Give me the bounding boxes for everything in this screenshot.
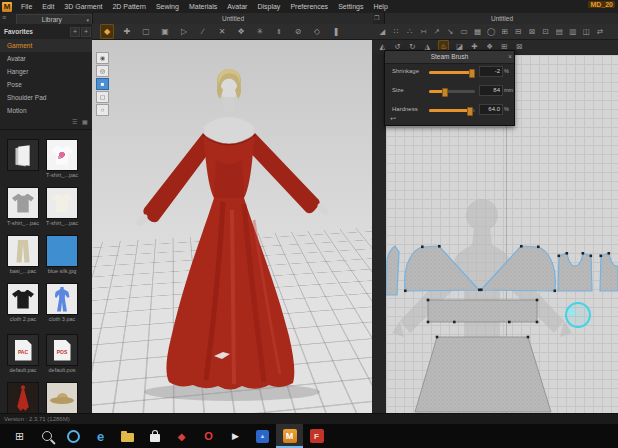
texture-view-icon[interactable]: ■ [96,78,109,90]
tab-3d-untitled[interactable]: Untitled [92,13,373,24]
tool-pattern-icon[interactable]: ⊠ [528,26,537,38]
tool-edit-points-icon[interactable]: ∷ [392,26,401,38]
app-logo-icon[interactable]: M [2,2,12,12]
hardness-slider[interactable] [429,109,475,112]
library-item-cloth3[interactable]: cloth 3.pac [44,283,80,322]
menu-avatar[interactable]: Avatar [222,0,252,13]
taskbar-app-diamond[interactable]: ◆ [168,424,195,448]
list-view-icon[interactable]: ☰ [72,118,77,125]
tool-pause-icon[interactable]: ‖ [273,25,285,38]
tool-move-icon[interactable]: ✚ [121,25,133,38]
viewport-3d[interactable]: ◉ ◎ ■ ▢ ○ [92,40,372,413]
tool-cursor-icon[interactable]: ▷ [178,25,190,38]
mesh-view-icon[interactable]: ▢ [96,91,109,103]
sidebar-item-pose[interactable]: Pose [0,78,92,91]
shrinkage-slider[interactable] [429,71,475,74]
library-item-blue-silk[interactable]: blue silk.jpg [44,235,80,274]
start-button[interactable]: ⊞ [6,424,33,448]
menu-sewing[interactable]: Sewing [151,0,184,13]
tool-polygon-icon[interactable]: ↗ [432,26,441,38]
tool-sewing-icon[interactable]: ❖ [235,25,247,38]
menu-help[interactable]: Help [368,0,392,13]
sidebar-item-shoulder-pad[interactable]: Shoulder Pad [0,91,92,104]
tool-shape-icon[interactable]: ◇ [311,25,323,38]
tool-pin-icon[interactable]: ✕ [216,25,228,38]
tool-notch-icon[interactable]: ⊟ [514,26,523,38]
library-item-hat[interactable] [44,382,80,415]
menu-settings[interactable]: Settings [333,0,368,13]
pattern-piece-waistband[interactable] [428,300,537,322]
pattern-piece-skirt[interactable] [415,337,551,412]
tool-measure-icon[interactable]: ❚ [330,25,342,38]
tool-grade-icon[interactable]: ⊡ [541,26,550,38]
slider-knob[interactable] [469,69,475,78]
pattern-piece-sleeve-left[interactable] [558,253,592,291]
grid-view-icon[interactable]: ▦ [82,118,88,125]
library-item-tshirt-graphic[interactable]: T-shirt_...pac [44,139,80,178]
menu-file[interactable]: File [16,0,37,13]
add-favorite-button[interactable]: + [70,27,80,37]
taskbar-file-explorer[interactable] [114,424,141,448]
shrinkage-value[interactable]: -2 [479,66,503,77]
tool-reset-icon[interactable]: ⊘ [292,25,304,38]
taskbar-media-player[interactable]: ▶ [222,424,249,448]
tool-select-icon[interactable]: ◆ [100,24,114,39]
tool-annotate-icon[interactable]: ⊠ [515,41,524,53]
taskbar-search[interactable] [33,424,60,448]
library-item-tshirt-gray[interactable]: T-shirt_...pac [5,187,41,226]
tool-fold-icon[interactable]: ▥ [568,26,577,38]
library-item-default-pac[interactable]: PAC default.pac [5,334,41,373]
tool-seam-icon[interactable]: ⊞ [500,26,509,38]
library-item-folder[interactable] [5,139,41,172]
menu-2d-pattern[interactable]: 2D Pattern [107,0,150,13]
library-item-default-pos[interactable]: POS default.pos [44,334,80,373]
menu-edit[interactable]: Edit [37,0,59,13]
tool-transform-icon[interactable]: ◢ [378,26,387,38]
tool-rectangle-icon[interactable]: ▭ [460,26,469,38]
sidebar-item-hanger[interactable]: Hanger [0,65,92,78]
tool-edit-curve-icon[interactable]: ∴ [405,26,414,38]
tool-pen-icon[interactable]: ∕ [197,25,209,38]
tool-texture-icon[interactable]: ▤ [555,26,564,38]
show-garment-icon[interactable]: ◎ [96,65,109,77]
library-item-pants[interactable]: basi_...pac [5,235,41,274]
menu-display[interactable]: Display [252,0,285,13]
tool-sync-icon[interactable]: ⇄ [596,26,605,38]
sidebar-item-motion[interactable]: Motion [0,104,92,117]
show-avatar-icon[interactable]: ◉ [96,52,109,64]
tool-box-icon[interactable]: ▣ [159,25,171,38]
slider-knob[interactable] [467,107,473,116]
sidebar-item-avatar[interactable]: Avatar [0,52,92,65]
library-item-red-dress[interactable] [5,382,41,415]
hardness-value[interactable]: 64.0 [479,104,503,115]
menu-preferences[interactable]: Preferences [285,0,333,13]
tool-rect-icon[interactable]: ▢ [140,25,152,38]
tool-trace-icon[interactable]: ↘ [446,26,455,38]
undo-icon[interactable]: ↩ [390,115,396,123]
library-item-tshirt-white[interactable]: T-shirt_...pac [44,187,80,226]
slider-knob[interactable] [442,88,448,97]
tool-add-point-icon[interactable]: ∺ [419,26,428,38]
tool-circle-icon[interactable]: ◯ [487,26,496,38]
pattern-piece-back-left[interactable] [386,246,399,295]
tab-2d-untitled[interactable]: Untitled [384,13,618,24]
tool-dart-icon[interactable]: ▦ [473,26,482,38]
sidebar-item-garment[interactable]: Garment [0,39,92,52]
library-item-cloth2[interactable]: cloth 2.pac [5,283,41,322]
tool-simulate-icon[interactable]: ✳ [254,25,266,38]
tool-layer-icon[interactable]: ◫ [582,26,591,38]
taskbar-cortana[interactable] [60,424,87,448]
menu-materials[interactable]: Materials [184,0,222,13]
taskbar-marvelous-designer[interactable]: M [276,424,303,448]
size-value[interactable]: 84 [479,85,503,96]
taskbar-photos[interactable]: ▲ [249,424,276,448]
menu-3d-garment[interactable]: 3D Garment [59,0,107,13]
add-folder-button[interactable]: + [81,27,91,37]
size-slider[interactable] [429,90,475,93]
taskbar-opera[interactable]: O [195,424,222,448]
pattern-pieces[interactable] [415,300,551,412]
pattern-piece-sleeve-right[interactable] [600,253,618,291]
dialog-title[interactable]: Steam Brush [385,51,514,64]
taskbar-store[interactable] [141,424,168,448]
close-icon[interactable]: × [508,51,512,63]
